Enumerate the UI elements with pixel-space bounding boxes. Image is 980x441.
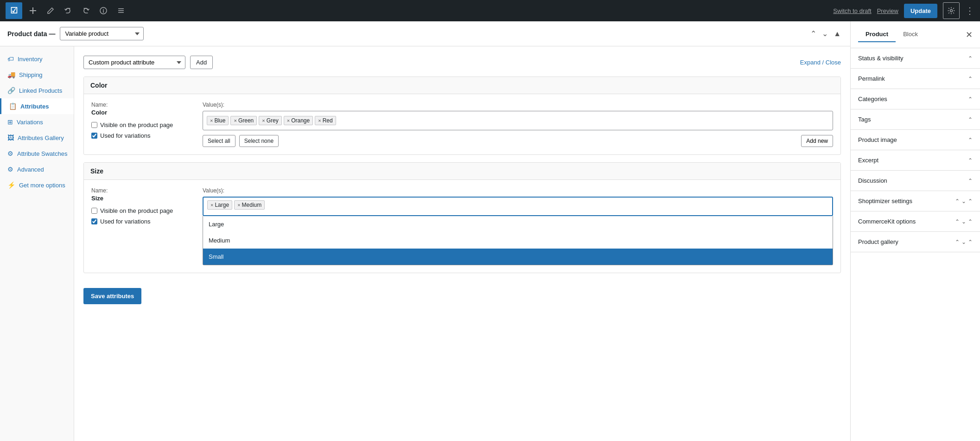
tab-block[interactable]: Block — [896, 27, 925, 42]
color-tags-input[interactable]: × Blue × Green × Grey — [203, 111, 833, 130]
status-visibility-header[interactable]: Status & visibility ⌃ — [851, 48, 980, 68]
product-gallery-collapse-button[interactable]: ⌃ — [955, 239, 960, 245]
tab-product[interactable]: Product — [858, 27, 896, 42]
attribute-swatches-icon: ⚙ — [7, 150, 13, 157]
color-name-col: Name: Color Visible on the product page … — [91, 102, 193, 147]
update-button[interactable]: Update — [904, 4, 937, 18]
shoptimizer-collapse-button[interactable]: ⌃ — [955, 198, 960, 205]
expand-close-link[interactable]: Expand / Close — [800, 59, 841, 66]
save-attributes-button[interactable]: Save attributes — [83, 288, 141, 304]
collapse-down-button[interactable]: ⌄ — [820, 27, 830, 40]
remove-medium-button[interactable]: × — [237, 202, 240, 208]
collapse-toggle-button[interactable]: ▲ — [832, 27, 843, 40]
sidebar-section-categories: Categories ⌃ — [851, 89, 980, 109]
svg-rect-5 — [118, 12, 124, 13]
sidebar-section-product-image: Product image ⌃ — [851, 130, 980, 150]
sidebar-item-linked-products[interactable]: 🔗 Linked Products — [0, 83, 74, 98]
remove-grey-button[interactable]: × — [262, 118, 265, 123]
sidebar-item-attribute-swatches[interactable]: ⚙ Attribute Swatches — [0, 146, 74, 161]
size-option-large[interactable]: Large — [203, 216, 833, 232]
color-visible-checkbox[interactable] — [91, 122, 97, 128]
redo-button[interactable] — [79, 4, 93, 18]
discussion-header[interactable]: Discussion ⌃ — [851, 171, 980, 191]
sidebar-item-shipping[interactable]: 🚚 Shipping — [0, 67, 74, 83]
product-data-panel: Product data — Variable product Simple p… — [0, 21, 850, 441]
color-visible-checkbox-row[interactable]: Visible on the product page — [91, 121, 193, 128]
preview-button[interactable]: Preview — [877, 7, 898, 14]
color-values-col: Value(s): × Blue × Green — [203, 102, 833, 147]
settings-gear-button[interactable] — [943, 2, 960, 19]
remove-blue-button[interactable]: × — [210, 118, 213, 123]
sidebar-item-variations[interactable]: ⊞ Variations — [0, 114, 74, 130]
color-block-body: Name: Color Visible on the product page … — [84, 94, 840, 154]
svg-rect-1 — [30, 10, 36, 11]
remove-red-button[interactable]: × — [318, 118, 321, 123]
product-type-select[interactable]: Variable product Simple product Grouped … — [60, 27, 144, 40]
discussion-chevron-icon: ⌃ — [968, 178, 973, 184]
size-visible-checkbox-row[interactable]: Visible on the product page — [91, 207, 193, 214]
size-option-small[interactable]: Small — [203, 249, 833, 265]
edit-button[interactable] — [44, 4, 57, 18]
color-options: Visible on the product page Used for var… — [91, 121, 193, 139]
sidebar-item-attributes-gallery[interactable]: 🖼 Attributes Gallery — [0, 130, 74, 146]
info-button[interactable] — [96, 4, 110, 18]
categories-chevron-icon: ⌃ — [968, 96, 973, 102]
switch-to-draft-button[interactable]: Switch to draft — [833, 7, 871, 14]
sidebar-item-advanced[interactable]: ⚙ Advanced — [0, 161, 74, 177]
product-image-header[interactable]: Product image ⌃ — [851, 130, 980, 150]
remove-orange-button[interactable]: × — [287, 118, 290, 123]
excerpt-header[interactable]: Excerpt ⌃ — [851, 150, 980, 170]
header-chevrons: ⌃ ⌄ ▲ — [808, 27, 843, 40]
product-gallery-toggle-button[interactable]: ⌃ — [968, 239, 973, 245]
permalink-header[interactable]: Permalink ⌃ — [851, 69, 980, 89]
remove-green-button[interactable]: × — [234, 118, 236, 123]
shoptimizer-expand-button[interactable]: ⌄ — [961, 198, 966, 205]
sidebar-section-product-gallery: Product gallery ⌃ ⌄ ⌃ — [851, 232, 980, 252]
size-name-label: Name: — [91, 187, 193, 194]
shoptimizer-toggle-button[interactable]: ⌃ — [968, 198, 973, 205]
size-tag-medium: × Medium — [234, 200, 265, 210]
color-variations-checkbox[interactable] — [91, 133, 97, 139]
color-add-new-button[interactable]: Add new — [801, 135, 833, 147]
size-values-col: Value(s): × Large × Medium — [203, 187, 833, 265]
product-gallery-controls: ⌃ ⌄ ⌃ — [955, 239, 973, 245]
remove-large-button[interactable]: × — [210, 202, 213, 208]
attribute-type-select[interactable]: Custom product attribute — [83, 56, 185, 69]
color-select-none-button[interactable]: Select none — [239, 135, 279, 147]
svg-rect-4 — [118, 10, 124, 11]
sidebar-item-get-more-options[interactable]: ⚡ Get more options — [0, 177, 74, 193]
size-option-medium[interactable]: Medium — [203, 232, 833, 249]
undo-button[interactable] — [61, 4, 75, 18]
commercekit-expand-button[interactable]: ⌄ — [961, 218, 966, 225]
color-variations-checkbox-row[interactable]: Used for variations — [91, 132, 193, 139]
color-values-label: Value(s): — [203, 102, 833, 108]
size-tags-input[interactable]: × Large × Medium — [203, 197, 833, 216]
svg-point-6 — [950, 10, 953, 12]
tags-header[interactable]: Tags ⌃ — [851, 109, 980, 129]
add-attribute-button[interactable]: Add — [190, 56, 213, 69]
sidebar-close-button[interactable]: ✕ — [966, 30, 973, 40]
size-variations-checkbox[interactable] — [91, 218, 97, 224]
product-gallery-expand-button[interactable]: ⌄ — [961, 239, 966, 245]
size-values-label: Value(s): — [203, 187, 833, 194]
size-block-body: Name: Size Visible on the product page U… — [84, 180, 840, 273]
more-options-button[interactable]: ⋮ — [965, 5, 974, 16]
size-options: Visible on the product page Used for var… — [91, 207, 193, 225]
sidebar-section-tags: Tags ⌃ — [851, 109, 980, 130]
sidebar-item-attributes[interactable]: 📋 Attributes — [0, 98, 74, 114]
collapse-up-button[interactable]: ⌃ — [808, 27, 818, 40]
list-view-button[interactable] — [114, 4, 128, 18]
product-data-label: Product data — — [7, 30, 55, 38]
commercekit-collapse-button[interactable]: ⌃ — [955, 218, 960, 225]
categories-header[interactable]: Categories ⌃ — [851, 89, 980, 109]
color-select-all-button[interactable]: Select all — [203, 135, 235, 147]
size-variations-checkbox-row[interactable]: Used for variations — [91, 218, 193, 225]
color-attribute-block: Color Name: Color Visible on the product… — [83, 77, 841, 155]
add-new-button[interactable] — [26, 4, 40, 18]
commercekit-toggle-button[interactable]: ⌃ — [968, 218, 973, 225]
color-block-header: Color — [84, 77, 840, 94]
sidebar-item-inventory[interactable]: 🏷 Inventory — [0, 51, 74, 67]
size-visible-checkbox[interactable] — [91, 208, 97, 214]
color-tag-orange: × Orange — [284, 116, 313, 125]
size-tag-large: × Large — [207, 200, 232, 210]
